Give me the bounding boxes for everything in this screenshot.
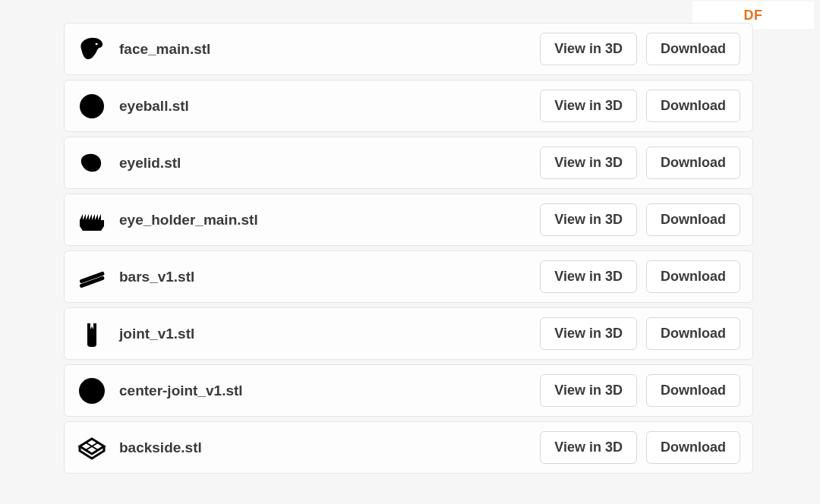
view-3d-button[interactable]: View in 3D bbox=[540, 260, 637, 293]
download-button[interactable]: Download bbox=[646, 203, 740, 236]
view-3d-button[interactable]: View in 3D bbox=[540, 33, 637, 65]
download-button[interactable]: Download bbox=[646, 431, 740, 464]
file-row: face_main.stl View in 3D Download bbox=[64, 23, 753, 75]
face-icon bbox=[77, 34, 107, 65]
view-3d-button[interactable]: View in 3D bbox=[540, 374, 637, 407]
file-row-left: joint_v1.stl bbox=[77, 319, 194, 349]
file-row: joint_v1.stl View in 3D Download bbox=[64, 307, 753, 360]
file-row-left: eyelid.stl bbox=[77, 148, 181, 178]
file-row-actions: View in 3D Download bbox=[540, 260, 740, 293]
holder-icon bbox=[77, 205, 107, 235]
file-row-actions: View in 3D Download bbox=[540, 317, 740, 350]
file-row: eyelid.stl View in 3D Download bbox=[64, 137, 753, 189]
file-row-actions: View in 3D Download bbox=[540, 203, 740, 236]
joint-icon bbox=[77, 319, 107, 349]
download-button[interactable]: Download bbox=[646, 90, 740, 122]
filename-label: eyelid.stl bbox=[119, 155, 181, 172]
file-row: bars_v1.stl View in 3D Download bbox=[64, 250, 753, 303]
file-row-left: center-joint_v1.stl bbox=[77, 376, 243, 406]
view-3d-button[interactable]: View in 3D bbox=[540, 203, 637, 236]
plate-icon bbox=[77, 433, 107, 463]
filename-label: face_main.stl bbox=[119, 41, 210, 58]
view-3d-button[interactable]: View in 3D bbox=[540, 146, 637, 179]
filename-label: eyeball.stl bbox=[119, 98, 189, 115]
filename-label: bars_v1.stl bbox=[119, 269, 194, 285]
download-button[interactable]: Download bbox=[646, 33, 740, 65]
svg-point-0 bbox=[80, 94, 104, 118]
file-row: center-joint_v1.stl View in 3D Download bbox=[64, 364, 753, 417]
ball-icon bbox=[77, 91, 107, 121]
file-row: backside.stl View in 3D Download bbox=[64, 421, 753, 474]
file-row-left: face_main.stl bbox=[77, 34, 210, 65]
svg-point-3 bbox=[79, 378, 105, 404]
download-button[interactable]: Download bbox=[646, 260, 740, 293]
file-list: face_main.stl View in 3D Download eyebal… bbox=[64, 23, 753, 478]
filename-label: center-joint_v1.stl bbox=[119, 383, 243, 399]
filename-label: backside.stl bbox=[119, 439, 202, 456]
file-row-left: eye_holder_main.stl bbox=[77, 205, 258, 235]
bars-icon bbox=[77, 262, 107, 292]
filename-label: eye_holder_main.stl bbox=[119, 212, 258, 228]
view-3d-button[interactable]: View in 3D bbox=[540, 317, 637, 350]
file-row-actions: View in 3D Download bbox=[540, 90, 740, 122]
file-row: eye_holder_main.stl View in 3D Download bbox=[64, 194, 753, 246]
file-row-actions: View in 3D Download bbox=[540, 431, 740, 464]
download-button[interactable]: Download bbox=[646, 146, 740, 179]
file-row-actions: View in 3D Download bbox=[540, 33, 740, 65]
badge-text: DF bbox=[744, 8, 763, 24]
download-button[interactable]: Download bbox=[646, 374, 740, 407]
file-row-actions: View in 3D Download bbox=[540, 146, 740, 179]
ball-icon bbox=[77, 376, 107, 406]
file-row-left: eyeball.stl bbox=[77, 91, 189, 121]
file-row-left: backside.stl bbox=[77, 433, 202, 463]
file-row: eyeball.stl View in 3D Download bbox=[64, 80, 753, 132]
download-button[interactable]: Download bbox=[646, 317, 740, 350]
filename-label: joint_v1.stl bbox=[119, 326, 194, 342]
view-3d-button[interactable]: View in 3D bbox=[540, 90, 637, 122]
view-3d-button[interactable]: View in 3D bbox=[540, 431, 637, 464]
eyelid-icon bbox=[77, 148, 107, 178]
file-row-actions: View in 3D Download bbox=[540, 374, 740, 407]
file-row-left: bars_v1.stl bbox=[77, 262, 194, 292]
